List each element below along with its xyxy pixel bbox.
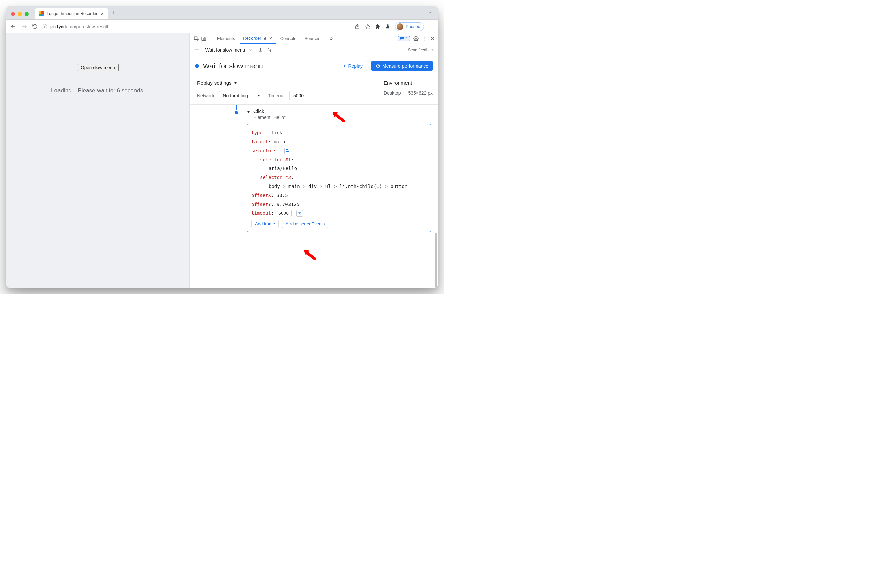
environment-title: Environment [384, 80, 433, 86]
browser-window: Longer timeout in Recorder ✕ + i jec.fyi… [6, 6, 438, 288]
step-details-editor: type: click target: main selectors: sele… [247, 124, 432, 232]
issues-chip[interactable]: 1 [398, 36, 410, 41]
offsety-value[interactable]: 9.703125 [277, 202, 299, 207]
svg-line-11 [378, 65, 379, 66]
window-close-button[interactable] [11, 12, 15, 16]
recording-title: Wait for slow menu [203, 62, 334, 70]
bookmark-star-icon[interactable] [365, 24, 370, 29]
svg-marker-15 [247, 111, 250, 113]
replay-button[interactable]: Replay [338, 61, 367, 71]
selector-1-value[interactable]: aria/Hello [269, 166, 297, 171]
tab-elements[interactable]: Elements [214, 33, 238, 44]
omnibox[interactable]: i jec.fyi/demo/pup-slow-result [42, 24, 351, 29]
pick-selector-icon[interactable] [284, 147, 291, 154]
new-recording-button[interactable]: + [193, 44, 202, 56]
url-bar: i jec.fyi/demo/pup-slow-result Paused ⋮ [6, 20, 438, 33]
svg-rect-6 [202, 37, 205, 40]
replay-settings-section: Replay settings Network No throttling Ti… [190, 76, 438, 105]
step-expand-toggle[interactable]: Click Element "Hello" [247, 108, 432, 120]
scrollbar[interactable] [435, 232, 438, 288]
recorder-subbar: + Wait for slow menu Send feedback [190, 44, 438, 56]
delete-recording-icon[interactable] [267, 48, 272, 52]
devtools-toolbar: Elements Recorder ✕ Console Sources [190, 33, 438, 44]
add-asserted-events-button[interactable]: Add assertedEvents [282, 220, 328, 228]
more-tabs-button[interactable] [325, 33, 337, 44]
step-click: Click Element "Hello" ⋮ type: click targ… [247, 108, 432, 232]
loading-text: Loading... Please wait for 6 seconds. [6, 87, 189, 94]
network-label: Network [197, 93, 214, 99]
tab-recorder[interactable]: Recorder ✕ [240, 33, 275, 44]
recording-status-dot [195, 64, 199, 68]
nav-reload-button[interactable] [32, 24, 38, 29]
add-frame-button[interactable]: Add frame [251, 220, 279, 228]
replay-settings-toggle[interactable]: Replay settings [197, 80, 370, 86]
tab-sources[interactable]: Sources [301, 33, 324, 44]
devtools-close-button[interactable]: ✕ [430, 36, 435, 42]
svg-marker-13 [234, 82, 236, 84]
nav-back-button[interactable] [11, 24, 17, 30]
svg-marker-14 [257, 95, 260, 96]
recording-header: Wait for slow menu Replay Measure perfor… [190, 56, 438, 76]
flask-icon [263, 36, 267, 40]
export-recording-icon[interactable] [258, 47, 263, 52]
share-icon[interactable] [355, 24, 360, 29]
page-viewport: Open slow menu Loading... Please wait fo… [6, 33, 190, 288]
close-recorder-tab[interactable]: ✕ [269, 36, 272, 40]
send-feedback-link[interactable]: Send feedback [408, 48, 435, 52]
environment-info: Desktop 535×622 px [384, 90, 433, 96]
devtools-panel: Elements Recorder ✕ Console Sources [190, 33, 438, 288]
url-host: jec.fyi [50, 24, 62, 29]
devtools-settings-icon[interactable] [413, 36, 419, 41]
browser-tab[interactable]: Longer timeout in Recorder ✕ [35, 8, 108, 20]
tabs-dropdown-button[interactable] [425, 10, 435, 20]
svg-point-10 [376, 64, 379, 68]
window-controls [9, 12, 32, 20]
tab-console[interactable]: Console [277, 33, 300, 44]
step-menu-button[interactable]: ⋮ [425, 110, 432, 116]
selector-2-value[interactable]: body > main > div > ul > li:nth-child(1)… [269, 184, 408, 189]
svg-marker-4 [365, 24, 370, 28]
nav-forward-button[interactable] [21, 24, 27, 30]
measure-performance-button[interactable]: Measure performance [371, 61, 433, 71]
new-tab-button[interactable]: + [108, 10, 118, 20]
url-path: /demo/pup-slow-result [62, 24, 108, 29]
window-zoom-button[interactable] [24, 12, 29, 16]
tab-strip: Longer timeout in Recorder ✕ + [6, 6, 438, 20]
throttling-select[interactable]: No throttling [219, 91, 263, 100]
site-info-icon[interactable]: i [42, 24, 47, 29]
profile-chip[interactable]: Paused [395, 22, 424, 31]
devtools-menu-button[interactable]: ⋮ [422, 36, 427, 41]
tab-title: Longer timeout in Recorder [47, 11, 98, 16]
experiments-icon[interactable] [385, 24, 390, 29]
step-marker [235, 111, 238, 114]
profile-state: Paused [406, 24, 420, 29]
svg-rect-7 [204, 38, 206, 40]
offsetx-value[interactable]: 30.5 [277, 192, 288, 198]
default-timeout-input[interactable] [289, 91, 316, 100]
timeout-label: Timeout [268, 93, 285, 99]
tab-close-button[interactable]: ✕ [100, 11, 104, 16]
window-minimize-button[interactable] [18, 12, 22, 16]
inspect-element-icon[interactable] [194, 36, 199, 41]
step-title: Click [253, 108, 286, 114]
avatar [397, 23, 403, 30]
extensions-icon[interactable] [375, 24, 381, 29]
open-slow-menu-button[interactable]: Open slow menu [77, 63, 118, 71]
recording-steps: Click Element "Hello" ⋮ type: click targ… [190, 105, 438, 288]
step-subtitle: Element "Hello" [253, 115, 286, 120]
recording-select[interactable]: Wait for slow menu [205, 47, 254, 53]
step-timeout-input[interactable] [277, 210, 292, 216]
delete-timeout-icon[interactable] [296, 210, 303, 217]
device-toolbar-icon[interactable] [201, 36, 206, 41]
svg-point-8 [415, 38, 417, 39]
svg-marker-9 [343, 64, 345, 67]
browser-menu-button[interactable]: ⋮ [429, 24, 434, 29]
tab-favicon [39, 11, 44, 16]
